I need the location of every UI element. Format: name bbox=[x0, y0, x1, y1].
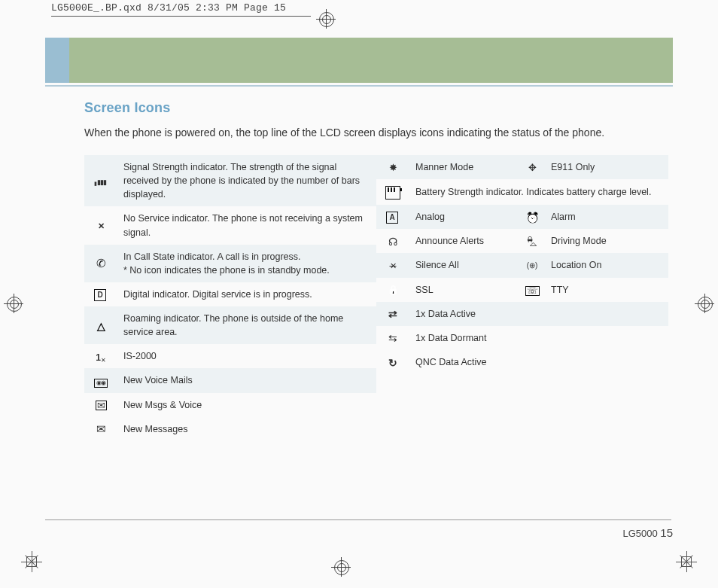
icon-description bbox=[551, 350, 668, 374]
icon-row: Silence AllLocation On bbox=[376, 253, 668, 277]
icon-row: QNC Data Active bbox=[376, 350, 668, 374]
icon-row: New Messages bbox=[84, 417, 376, 441]
registration-mark-icon bbox=[4, 294, 23, 313]
announce-alerts-icon bbox=[386, 236, 400, 248]
msgs-voice-icon bbox=[94, 399, 108, 411]
registration-mark-icon bbox=[695, 294, 714, 313]
icon-row: IS-2000 bbox=[84, 344, 376, 368]
roaming-icon bbox=[94, 320, 108, 332]
section-intro: When the phone is powered on, the top li… bbox=[84, 126, 668, 139]
icon-description: No Service indicator. The phone is not r… bbox=[123, 206, 376, 244]
accent-strip bbox=[45, 38, 69, 83]
icon-description: Battery Strength indicator. Indicates ba… bbox=[415, 179, 668, 205]
crop-mark-icon bbox=[26, 556, 37, 567]
icon-description: IS-2000 bbox=[123, 344, 376, 368]
icon-table-left: Signal Strength indicator. The strength … bbox=[84, 155, 376, 441]
in-call-icon bbox=[94, 257, 108, 270]
icon-description: Silence All bbox=[415, 253, 519, 277]
footer-text: LG5000 15 bbox=[45, 520, 673, 539]
crop-mark-icon bbox=[681, 556, 692, 567]
icon-row: Signal Strength indicator. The strength … bbox=[84, 155, 376, 206]
icon-row: New Msgs & Voice bbox=[84, 393, 376, 417]
icon-description: Location On bbox=[551, 253, 668, 277]
prepress-header-rule bbox=[51, 16, 311, 17]
driving-mode-icon bbox=[525, 236, 539, 248]
icon-row: AnalogAlarm bbox=[376, 205, 668, 229]
manner-mode-icon bbox=[386, 162, 400, 174]
registration-mark-icon bbox=[331, 557, 351, 577]
icon-description: SSL bbox=[415, 278, 519, 302]
e911-icon bbox=[525, 162, 539, 174]
silence-all-icon bbox=[386, 260, 400, 272]
prepress-header: LG5000E_.BP.qxd 8/31/05 2:33 PM Page 15 bbox=[51, 2, 286, 14]
alarm-icon bbox=[525, 212, 539, 224]
data-dormant-icon bbox=[386, 332, 400, 344]
registration-mark-icon bbox=[316, 9, 336, 29]
icon-table-right: Manner ModeE911 OnlyBattery Strength ind… bbox=[376, 155, 668, 374]
icon-description: Signal Strength indicator. The strength … bbox=[123, 155, 376, 206]
icon-row: 1x Data Active bbox=[376, 302, 668, 326]
icon-description: Roaming indicator. The phone is outside … bbox=[123, 306, 376, 344]
voicemail-icon bbox=[94, 375, 108, 387]
digital-icon bbox=[94, 289, 108, 301]
icon-description: 1x Data Active bbox=[415, 302, 519, 326]
icon-description: New Voice Mails bbox=[123, 368, 376, 392]
icon-description: Driving Mode bbox=[551, 229, 668, 253]
icon-row: In Call State indicator. A call is in pr… bbox=[84, 245, 376, 282]
icon-row: Announce AlertsDriving Mode bbox=[376, 229, 668, 253]
icon-description: Alarm bbox=[551, 205, 668, 229]
icon-row: Roaming indicator. The phone is outside … bbox=[84, 306, 376, 344]
icon-row: No Service indicator. The phone is not r… bbox=[84, 206, 376, 244]
new-messages-icon bbox=[94, 423, 108, 435]
location-on-icon bbox=[525, 260, 539, 272]
icon-row: Digital indicator. Digital service is in… bbox=[84, 282, 376, 306]
icon-description: Analog bbox=[415, 205, 519, 229]
icon-description bbox=[551, 302, 668, 326]
icon-row: Manner ModeE911 Only bbox=[376, 155, 668, 179]
analog-icon bbox=[386, 212, 400, 224]
footer-page-number: 15 bbox=[660, 526, 673, 539]
qnc-data-icon bbox=[386, 357, 400, 369]
icon-description: 1x Data Dormant bbox=[415, 326, 519, 350]
signal-strength-icon bbox=[94, 175, 108, 187]
icon-description: E911 Only bbox=[551, 155, 668, 179]
tty-icon bbox=[525, 284, 539, 296]
icon-row: 1x Data Dormant bbox=[376, 326, 668, 350]
icon-description: New Messages bbox=[123, 417, 376, 441]
header-separator bbox=[45, 85, 673, 87]
icon-description: New Msgs & Voice bbox=[123, 393, 376, 417]
icon-description: QNC Data Active bbox=[415, 350, 519, 374]
icon-description: Manner Mode bbox=[415, 155, 519, 179]
icon-row: Battery Strength indicator. Indicates ba… bbox=[376, 179, 668, 205]
footer-model: LG5000 bbox=[622, 528, 657, 539]
icon-row: New Voice Mails bbox=[84, 368, 376, 392]
data-active-icon bbox=[386, 308, 400, 320]
icon-description: Digital indicator. Digital service is in… bbox=[123, 282, 376, 306]
icon-description: Announce Alerts bbox=[415, 229, 519, 253]
is2000-icon bbox=[94, 351, 108, 363]
ssl-icon bbox=[386, 284, 400, 296]
icon-description: In Call State indicator. A call is in pr… bbox=[123, 245, 376, 282]
icon-row: SSLTTY bbox=[376, 278, 668, 302]
icon-description bbox=[551, 326, 668, 350]
header-bar bbox=[45, 38, 673, 83]
icon-description: TTY bbox=[551, 278, 668, 302]
battery-icon bbox=[385, 186, 400, 200]
no-service-icon bbox=[94, 220, 108, 232]
section-title: Screen Icons bbox=[84, 100, 668, 116]
